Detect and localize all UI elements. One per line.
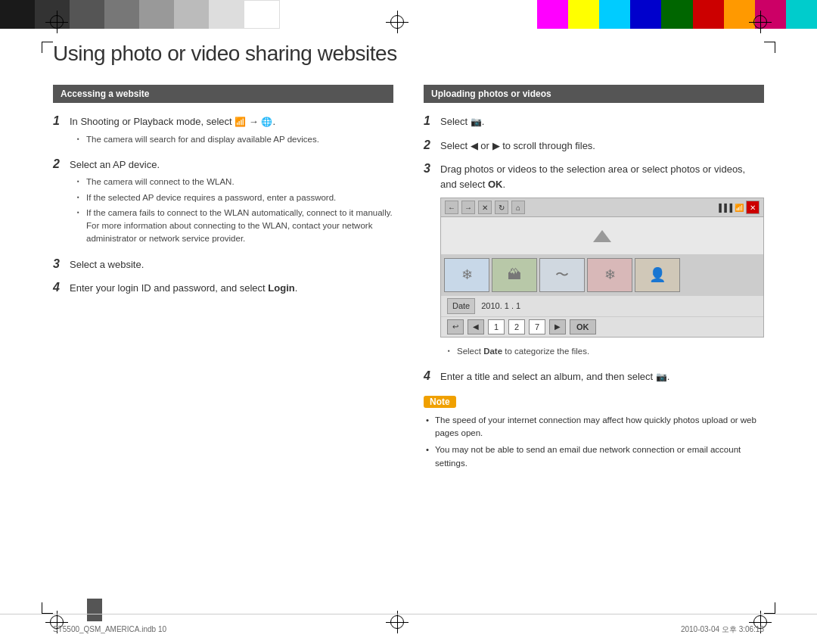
upload-step-number-4: 4 — [424, 369, 440, 383]
footer: ST5500_QSM_AMERICA.indb 10 2010-03-04 오후… — [0, 614, 817, 644]
home-btn[interactable]: ⌂ — [511, 201, 525, 214]
note-item-2: You may not be able to send an email due… — [424, 443, 764, 470]
upload-drop-area[interactable] — [441, 217, 763, 255]
upload-step-content-1: Select 📷. — [440, 114, 484, 129]
step-1-bullets: The camera will search for and display a… — [77, 133, 319, 146]
color-bar — [0, 0, 817, 29]
thumb-5[interactable]: 👤 — [635, 258, 680, 292]
step-3-bullets: Select Date to categorize the files. — [448, 345, 764, 358]
browser-nav: ↩ ◀ 1 2 7 ▶ OK — [441, 316, 763, 338]
step-content-4: Enter your login ID and password, and se… — [70, 281, 297, 296]
step-number-4: 4 — [53, 281, 70, 294]
date-bar: Date 2010. 1 . 1 — [441, 295, 763, 316]
uploading-column: Uploading photos or videos 1 Select 📷. 2… — [424, 85, 764, 474]
step-content-1: In Shooting or Playback mode, select 📶 →… — [70, 114, 319, 148]
note-header: Note — [424, 396, 764, 408]
upload-step-content-4: Enter a title and select an album, and t… — [440, 369, 669, 384]
accessing-column: Accessing a website 1 In Shooting or Pla… — [53, 85, 393, 474]
reg-mark-top-right — [749, 11, 772, 33]
footer-left: ST5500_QSM_AMERICA.indb 10 — [53, 625, 166, 633]
bullet-item: The camera will search for and display a… — [77, 133, 319, 146]
photo-browser: ← → ✕ ↻ ⌂ ▐▐▐ 📶 ✕ — [440, 198, 764, 338]
upload-step-number-1: 1 — [424, 114, 440, 128]
thumb-4[interactable]: ❄ — [587, 258, 632, 292]
signal-indicator: ▐▐▐ 📶 ✕ — [716, 201, 760, 214]
step-number-3: 3 — [53, 257, 70, 271]
globe-icon: 🌐 — [261, 115, 272, 129]
undo-btn[interactable]: ↩ — [447, 319, 464, 334]
browser-toolbar: ← → ✕ ↻ ⌂ ▐▐▐ 📶 ✕ — [441, 198, 763, 217]
upload-icon-1: 📷 — [471, 115, 482, 129]
corner-mark-tr — [764, 42, 775, 53]
upload-step-number-2: 2 — [424, 138, 440, 152]
nav-num-3[interactable]: 7 — [529, 319, 545, 334]
uploading-step-1: 1 Select 📷. — [424, 114, 764, 129]
back-btn[interactable]: ← — [445, 201, 458, 214]
note-item-1: The speed of your internet connection ma… — [424, 414, 764, 440]
uploading-step-4: 4 Enter a title and select an album, and… — [424, 369, 764, 384]
bullet-item: The camera will connect to the WLAN. — [77, 176, 393, 188]
uploading-header: Uploading photos or videos — [424, 85, 764, 103]
bullet-item: If the camera fails to connect to the WL… — [77, 207, 393, 246]
step-content-3: Select a website. — [70, 257, 144, 272]
step-number-2: 2 — [53, 157, 70, 171]
refresh-btn[interactable]: ↻ — [495, 201, 508, 214]
accessing-step-1: 1 In Shooting or Playback mode, select 📶… — [53, 114, 393, 148]
accessing-step-4: 4 Enter your login ID and password, and … — [53, 281, 393, 296]
reg-mark-top-left — [45, 11, 68, 33]
nav-num-1[interactable]: 1 — [488, 319, 505, 334]
date-value: 2010. 1 . 1 — [481, 300, 520, 313]
upload-arrow-icon — [593, 230, 611, 242]
prev-btn[interactable]: ◀ — [468, 319, 484, 334]
forward-btn[interactable]: → — [461, 201, 475, 214]
date-button[interactable]: Date — [447, 298, 475, 314]
reg-mark-top-center — [386, 11, 408, 33]
footer-right: 2010-03-04 오후 3:06:18 — [681, 624, 764, 635]
accessing-header: Accessing a website — [53, 85, 393, 103]
wifi-icon: 📶 — [235, 115, 246, 129]
toolbar-left: ← → ✕ ↻ ⌂ — [445, 201, 525, 214]
nav-num-2[interactable]: 2 — [508, 319, 525, 334]
next-btn[interactable]: ▶ — [549, 319, 566, 334]
note-label: Note — [424, 396, 456, 408]
step-number-1: 1 — [53, 114, 70, 128]
album-icon: 📷 — [656, 370, 667, 384]
stop-btn[interactable]: ✕ — [478, 201, 492, 214]
two-column-layout: Accessing a website 1 In Shooting or Pla… — [53, 85, 764, 474]
upload-step-content-3: Drag photos or videos to the selection a… — [440, 162, 764, 360]
step-content-2: Select an AP device. The camera will con… — [70, 157, 393, 248]
close-btn[interactable]: ✕ — [746, 201, 760, 214]
upload-step-number-3: 3 — [424, 162, 440, 176]
accessing-step-2: 2 Select an AP device. The camera will c… — [53, 157, 393, 248]
thumb-3[interactable]: 〜 — [539, 258, 585, 292]
note-section: Note The speed of your internet connecti… — [424, 396, 764, 470]
page-title: Using photo or video sharing websites — [53, 42, 764, 66]
thumb-1[interactable]: ❄ — [444, 258, 489, 292]
upload-step-content-2: Select ◀ or ▶ to scroll through files. — [440, 138, 595, 154]
bullet-item: If the selected AP device requires a pas… — [77, 191, 393, 204]
bullet-item: Select Date to categorize the files. — [448, 345, 764, 358]
photo-thumbnails: ❄ 🏔 〜 ❄ 👤 — [441, 255, 763, 295]
ok-button[interactable]: OK — [570, 319, 596, 335]
accessing-step-3: 3 Select a website. — [53, 257, 393, 272]
main-content: Using photo or video sharing websites Ac… — [53, 42, 764, 606]
step-2-bullets: The camera will connect to the WLAN. If … — [77, 176, 393, 245]
thumb-2[interactable]: 🏔 — [492, 258, 537, 292]
corner-mark-tl — [42, 42, 53, 53]
uploading-step-2: 2 Select ◀ or ▶ to scroll through files. — [424, 138, 764, 154]
uploading-step-3: 3 Drag photos or videos to the selection… — [424, 162, 764, 360]
